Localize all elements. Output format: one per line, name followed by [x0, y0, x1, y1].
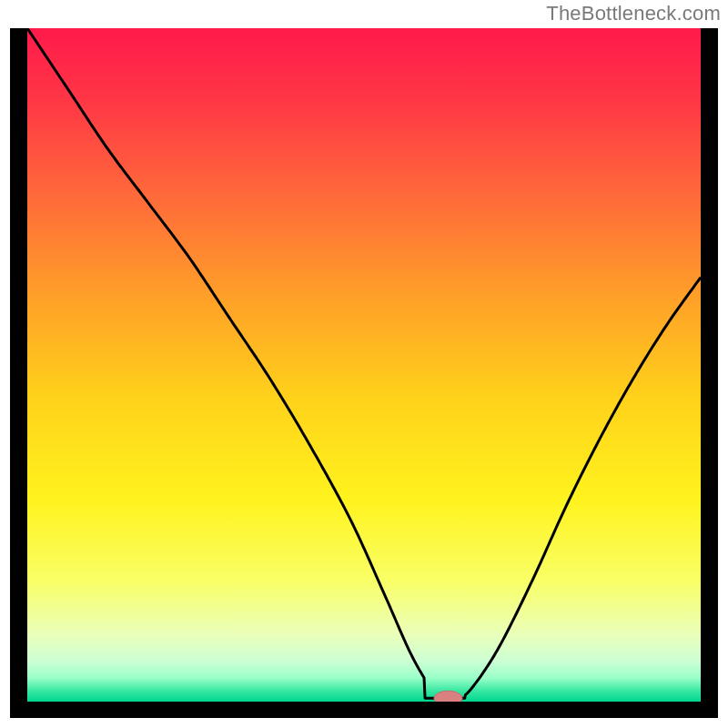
- gradient-background: [27, 28, 701, 702]
- chart-container: TheBottleneck.com: [0, 0, 728, 728]
- chart-svg: [27, 28, 701, 702]
- minimum-marker: [434, 691, 462, 702]
- watermark-text: TheBottleneck.com: [546, 2, 721, 25]
- plot-area: [27, 28, 701, 702]
- plot-frame: [10, 28, 718, 718]
